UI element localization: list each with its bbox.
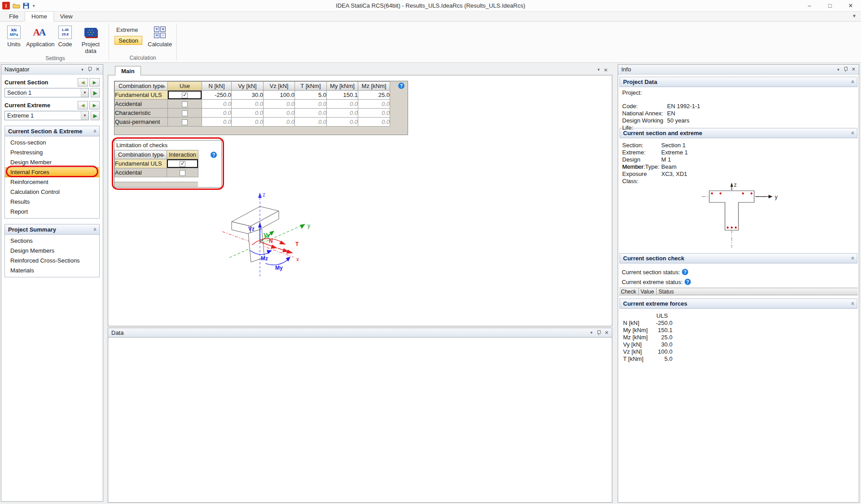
- column-header-status[interactable]: Status: [657, 288, 858, 295]
- pin-icon[interactable]: [596, 330, 601, 336]
- nav-group1-header[interactable]: Current Section & Extreme »: [5, 126, 99, 136]
- pin-icon[interactable]: [87, 66, 92, 72]
- sidebar-item-results[interactable]: Results: [5, 197, 99, 207]
- collapse-icon[interactable]: »: [849, 302, 856, 305]
- column-header-vy[interactable]: Vy [kN]: [232, 82, 264, 91]
- use-cell[interactable]: [168, 100, 202, 109]
- cell-vy[interactable]: 30.0: [232, 91, 264, 100]
- previous-extreme-button[interactable]: ◀: [78, 101, 88, 110]
- next-section-button[interactable]: ▶: [89, 78, 100, 87]
- collapse-icon[interactable]: »: [91, 228, 98, 231]
- goto-section-button[interactable]: ▶: [91, 88, 100, 97]
- sidebar-item-reinforced-cross-sections[interactable]: Reinforced Cross-Sections: [5, 256, 99, 266]
- current-section-check-header[interactable]: Current section check »: [619, 253, 857, 263]
- panel-menu-icon[interactable]: ▾: [590, 330, 593, 335]
- tab-close-icon[interactable]: ✕: [604, 67, 608, 73]
- sidebar-item-reinforcement[interactable]: Reinforcement: [5, 177, 99, 187]
- help-icon[interactable]: ?: [682, 269, 688, 275]
- column-header-my[interactable]: My [kNm]: [327, 82, 358, 91]
- cell-n[interactable]: -250.0: [202, 91, 232, 100]
- column-header-combination-type[interactable]: Combination type: [115, 82, 168, 91]
- next-extreme-button[interactable]: ▶: [89, 101, 100, 110]
- tab-home[interactable]: Home: [25, 11, 54, 22]
- collapse-icon[interactable]: »: [91, 129, 98, 132]
- tab-file[interactable]: File: [3, 12, 25, 21]
- maximize-button[interactable]: □: [820, 0, 840, 11]
- save-icon[interactable]: [23, 3, 29, 9]
- current-extreme-forces-header[interactable]: Current extreme forces »: [619, 298, 857, 309]
- sidebar-item-design-members[interactable]: Design Members: [5, 246, 99, 256]
- tab-menu-icon[interactable]: ▾: [597, 67, 600, 73]
- collapse-icon[interactable]: »: [849, 80, 856, 83]
- minimize-button[interactable]: –: [799, 0, 820, 11]
- pin-icon[interactable]: [843, 66, 848, 72]
- use-checkbox[interactable]: [182, 119, 188, 125]
- group-label-settings: Settings: [4, 55, 106, 62]
- sidebar-item-design-member[interactable]: Design Member: [5, 158, 99, 167]
- interaction-checkbox[interactable]: [180, 161, 185, 167]
- current-section-extreme-header[interactable]: Current section and extreme »: [619, 128, 857, 138]
- sidebar-item-cross-section[interactable]: Cross-section: [5, 138, 99, 148]
- close-button[interactable]: ✕: [840, 0, 861, 11]
- project-data-header[interactable]: Project Data »: [619, 77, 857, 87]
- sidebar-item-prestressing[interactable]: Prestressing: [5, 148, 99, 158]
- previous-section-button[interactable]: ◀: [78, 78, 88, 87]
- use-cell[interactable]: [168, 91, 202, 100]
- cell-t[interactable]: 5.0: [295, 91, 327, 100]
- application-button[interactable]: AA Application: [24, 23, 55, 49]
- use-cell[interactable]: [168, 109, 202, 118]
- sidebar-item-report[interactable]: Report: [5, 207, 99, 217]
- column-header-value[interactable]: Value: [639, 288, 657, 295]
- column-header-interaction[interactable]: Interaction: [167, 150, 198, 159]
- app-logo-icon[interactable]: I: [2, 2, 10, 9]
- panel-close-icon[interactable]: ✕: [96, 66, 100, 72]
- sidebar-item-calculation-control[interactable]: Calculation Control: [5, 187, 99, 197]
- panel-menu-icon[interactable]: ▾: [837, 67, 839, 72]
- nav-group2-header[interactable]: Project Summary »: [5, 224, 99, 235]
- use-checkbox[interactable]: [182, 110, 188, 116]
- column-header-n[interactable]: N [kN]: [202, 82, 232, 91]
- column-header-vz[interactable]: Vz [kN]: [264, 82, 295, 91]
- quick-access-dropdown-icon[interactable]: ▾: [33, 4, 35, 8]
- tab-view[interactable]: View: [54, 12, 79, 21]
- column-header-combination-type[interactable]: Combination type: [115, 150, 167, 159]
- help-icon[interactable]: ?: [685, 279, 691, 285]
- current-extreme-row: Current Extreme ◀ ▶: [4, 101, 100, 110]
- units-button[interactable]: kN MPa Units: [4, 23, 23, 49]
- use-cell[interactable]: [168, 118, 202, 127]
- section-toggle-button[interactable]: Section: [114, 36, 142, 45]
- calculate-button[interactable]: + × = · Calculate: [146, 23, 174, 49]
- cell-my[interactable]: 150.1: [327, 91, 358, 100]
- cell-vz[interactable]: 100.0: [264, 91, 295, 100]
- use-checkbox[interactable]: [182, 92, 188, 98]
- sidebar-item-internal-forces[interactable]: Internal Forces: [5, 167, 99, 177]
- column-header-t[interactable]: T [kNm]: [295, 82, 327, 91]
- panel-close-icon[interactable]: ✕: [852, 66, 856, 72]
- interaction-checkbox[interactable]: [180, 170, 185, 176]
- extreme-select[interactable]: Extreme 1 ▼: [4, 111, 89, 120]
- panel-close-icon[interactable]: ✕: [605, 330, 609, 336]
- chevron-down-icon[interactable]: ▼: [81, 88, 88, 97]
- column-header-use[interactable]: Use: [168, 82, 202, 91]
- interaction-cell[interactable]: [167, 168, 198, 177]
- sidebar-item-materials[interactable]: Materials: [5, 266, 99, 276]
- ribbon-collapse-icon[interactable]: ▼: [852, 13, 857, 18]
- help-icon[interactable]: ?: [398, 83, 404, 89]
- chevron-down-icon[interactable]: ▼: [81, 111, 88, 120]
- open-file-icon[interactable]: [13, 3, 20, 9]
- goto-extreme-button[interactable]: ▶: [91, 111, 100, 120]
- project-data-button[interactable]: Project data: [75, 23, 106, 55]
- sidebar-item-sections[interactable]: Sections: [5, 236, 99, 246]
- code-button[interactable]: 1.45 25.8 Code: [56, 23, 75, 49]
- collapse-icon[interactable]: »: [849, 131, 856, 135]
- tab-main[interactable]: Main: [115, 66, 141, 75]
- collapse-icon[interactable]: »: [849, 257, 856, 260]
- help-icon[interactable]: ?: [211, 152, 217, 158]
- column-header-mz[interactable]: Mz [kNm]: [358, 82, 390, 91]
- panel-menu-icon[interactable]: ▾: [81, 67, 83, 72]
- interaction-cell[interactable]: [167, 159, 198, 168]
- use-checkbox[interactable]: [182, 101, 188, 107]
- section-select[interactable]: Section 1 ▼: [4, 88, 89, 97]
- column-header-check[interactable]: Check: [619, 288, 639, 295]
- cell-mz[interactable]: 25.0: [358, 91, 390, 100]
